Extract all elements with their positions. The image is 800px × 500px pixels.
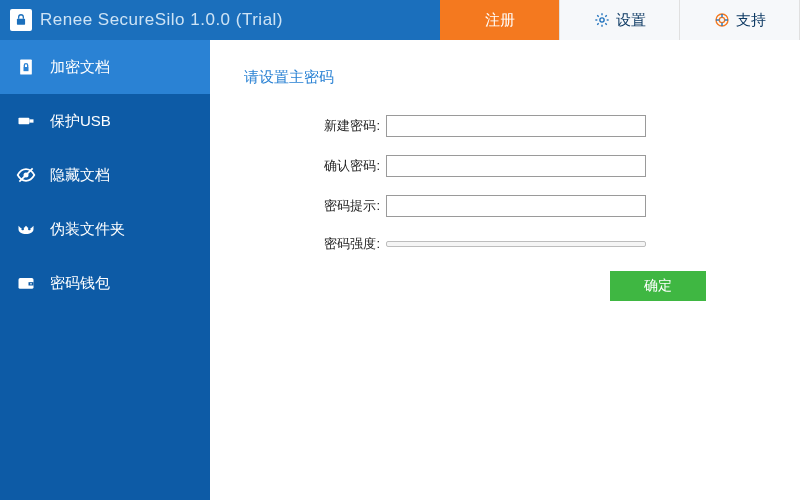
label-new-password: 新建密码:: [300, 117, 380, 135]
button-row: 确定: [300, 271, 770, 301]
tab-register-label: 注册: [485, 11, 515, 30]
svg-line-7: [605, 23, 606, 24]
title-left: Renee SecureSilo 1.0.0 (Trial): [0, 9, 283, 31]
gear-icon: [594, 12, 610, 28]
confirm-button[interactable]: 确定: [610, 271, 706, 301]
sidebar: 加密文档 保护USB 隐藏文档: [0, 40, 210, 500]
mask-icon: [16, 219, 36, 239]
wallet-icon: [16, 273, 36, 293]
sidebar-item-label: 加密文档: [50, 58, 110, 77]
svg-line-8: [597, 23, 598, 24]
svg-point-23: [28, 228, 31, 231]
app-title: Renee SecureSilo 1.0.0 (Trial): [40, 10, 283, 30]
titlebar: Renee SecureSilo 1.0.0 (Trial) 注册 设置: [0, 0, 800, 40]
svg-line-9: [605, 15, 606, 16]
sidebar-item-protect-usb[interactable]: 保护USB: [0, 94, 210, 148]
content-pane: 请设置主密码 新建密码: 确认密码: 密码提示: 密码强度:: [210, 40, 800, 500]
row-new-password: 新建密码:: [300, 115, 770, 137]
app-icon: [10, 9, 32, 31]
app-window: Renee SecureSilo 1.0.0 (Trial) 注册 设置: [0, 0, 800, 500]
tab-settings[interactable]: 设置: [560, 0, 680, 40]
row-strength: 密码强度:: [300, 235, 770, 253]
label-strength: 密码强度:: [300, 235, 380, 253]
svg-rect-0: [17, 19, 25, 25]
svg-rect-19: [29, 119, 33, 122]
sidebar-item-hide-docs[interactable]: 隐藏文档: [0, 148, 210, 202]
svg-point-11: [719, 17, 724, 22]
main-area: 加密文档 保护USB 隐藏文档: [0, 40, 800, 500]
row-confirm-password: 确认密码:: [300, 155, 770, 177]
sidebar-item-password-wallet[interactable]: 密码钱包: [0, 256, 210, 310]
master-password-form: 新建密码: 确认密码: 密码提示: 密码强度:: [300, 115, 770, 253]
form-title: 请设置主密码: [244, 68, 770, 87]
svg-rect-18: [19, 118, 30, 125]
lifebuoy-icon: [714, 12, 730, 28]
sidebar-item-label: 密码钱包: [50, 274, 110, 293]
svg-rect-17: [24, 67, 29, 71]
label-confirm-password: 确认密码:: [300, 157, 380, 175]
eye-off-icon: [16, 165, 36, 185]
row-hint: 密码提示:: [300, 195, 770, 217]
confirm-button-label: 确定: [644, 277, 672, 295]
tab-support[interactable]: 支持: [680, 0, 800, 40]
svg-point-26: [30, 283, 32, 285]
sidebar-item-encrypt-docs[interactable]: 加密文档: [0, 40, 210, 94]
tab-support-label: 支持: [736, 11, 766, 30]
label-hint: 密码提示:: [300, 197, 380, 215]
usb-icon: [16, 111, 36, 131]
hint-input[interactable]: [386, 195, 646, 217]
sidebar-item-label: 保护USB: [50, 112, 111, 131]
sidebar-item-label: 隐藏文档: [50, 166, 110, 185]
lock-icon: [14, 13, 28, 27]
password-strength-bar: [386, 241, 646, 247]
tabbar: 注册 设置: [440, 0, 800, 40]
document-lock-icon: [16, 57, 36, 77]
new-password-input[interactable]: [386, 115, 646, 137]
tab-settings-label: 设置: [616, 11, 646, 30]
tab-register[interactable]: 注册: [440, 0, 560, 40]
svg-point-1: [599, 18, 603, 22]
confirm-password-input[interactable]: [386, 155, 646, 177]
sidebar-item-disguise-folder[interactable]: 伪装文件夹: [0, 202, 210, 256]
svg-point-22: [21, 228, 24, 231]
svg-line-6: [597, 15, 598, 16]
sidebar-item-label: 伪装文件夹: [50, 220, 125, 239]
